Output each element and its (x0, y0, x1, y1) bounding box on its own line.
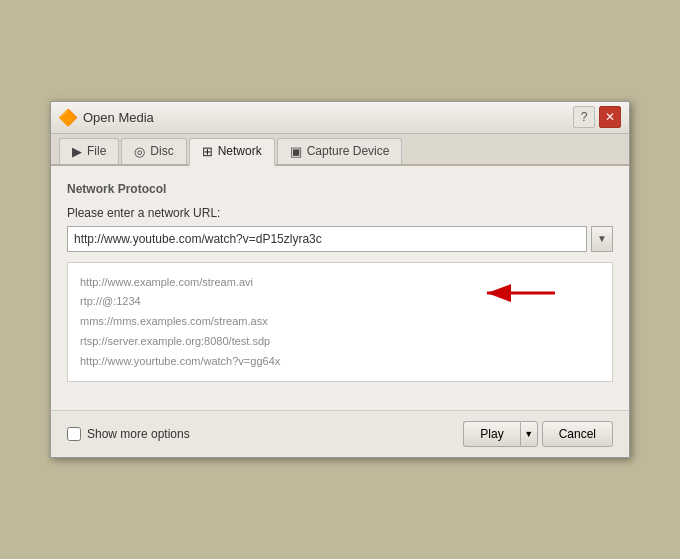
red-arrow-annotation (477, 273, 557, 316)
tab-disc[interactable]: ◎ Disc (121, 138, 186, 164)
tab-network[interactable]: ⊞ Network (189, 138, 275, 166)
dialog-title: Open Media (83, 110, 154, 125)
example-item-4: rtsp://server.example.org:8080/test.sdp (80, 332, 600, 352)
examples-box: http://www.example.com/stream.avi rtp://… (67, 262, 613, 383)
tab-bar: ▶ File ◎ Disc ⊞ Network ▣ Capture Device (51, 134, 629, 166)
section-title: Network Protocol (67, 182, 613, 196)
show-more-option[interactable]: Show more options (67, 427, 190, 441)
open-media-dialog: 🔶 Open Media ? ✕ ▶ File ◎ Disc ⊞ Network… (50, 101, 630, 459)
show-more-checkbox[interactable] (67, 427, 81, 441)
url-dropdown-button[interactable]: ▼ (591, 226, 613, 252)
title-bar-left: 🔶 Open Media (59, 108, 154, 126)
vlc-icon: 🔶 (59, 108, 77, 126)
bottom-bar: Show more options Play ▼ Cancel (51, 410, 629, 457)
title-bar: 🔶 Open Media ? ✕ (51, 102, 629, 134)
help-button[interactable]: ? (573, 106, 595, 128)
close-button[interactable]: ✕ (599, 106, 621, 128)
play-dropdown-button[interactable]: ▼ (520, 421, 538, 447)
tab-disc-label: Disc (150, 144, 173, 158)
cancel-button[interactable]: Cancel (542, 421, 613, 447)
network-tab-icon: ⊞ (202, 144, 213, 159)
tab-capture[interactable]: ▣ Capture Device (277, 138, 403, 164)
title-bar-right: ? ✕ (573, 106, 621, 128)
tab-capture-label: Capture Device (307, 144, 390, 158)
bottom-actions: Play ▼ Cancel (463, 421, 613, 447)
play-button[interactable]: Play (463, 421, 519, 447)
tab-network-label: Network (218, 144, 262, 158)
tab-file-label: File (87, 144, 106, 158)
disc-tab-icon: ◎ (134, 144, 145, 159)
content-area: Network Protocol Please enter a network … (51, 166, 629, 411)
capture-tab-icon: ▣ (290, 144, 302, 159)
example-item-5: http://www.yourtube.com/watch?v=gg64x (80, 352, 600, 372)
url-row: ▼ (67, 226, 613, 252)
url-label: Please enter a network URL: (67, 206, 613, 220)
file-tab-icon: ▶ (72, 144, 82, 159)
url-input[interactable] (67, 226, 587, 252)
tab-file[interactable]: ▶ File (59, 138, 119, 164)
show-more-label: Show more options (87, 427, 190, 441)
play-button-group: Play ▼ (463, 421, 537, 447)
